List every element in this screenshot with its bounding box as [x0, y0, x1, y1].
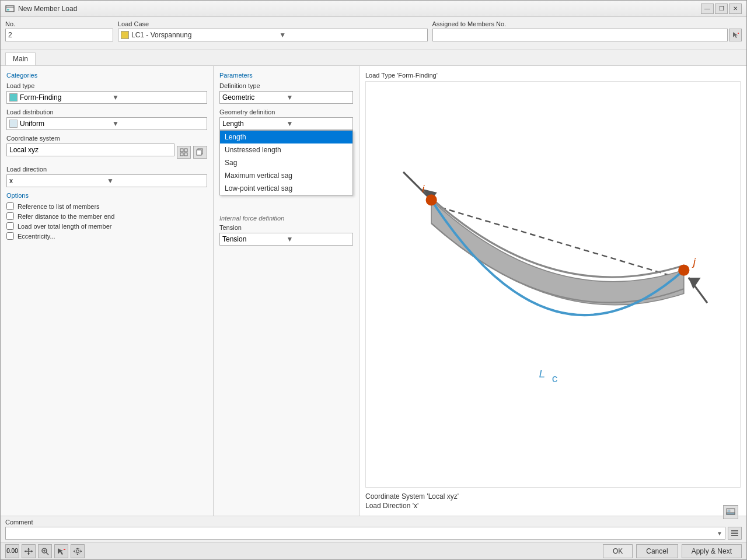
load-type-label: Load type [6, 82, 207, 89]
svg-line-32 [46, 552, 48, 555]
svg-rect-38 [77, 548, 78, 549]
main-window: New Member Load — ❐ ✕ No. Load Case LC1 … [0, 0, 747, 560]
diagram-export-button[interactable] [723, 505, 738, 516]
coord-system-info: Coordinate System 'Local xyz' [365, 492, 741, 501]
bottom-icon-2[interactable] [38, 544, 52, 558]
load-direction-label: Load direction [6, 166, 207, 173]
load-case-label: Load Case [118, 20, 428, 27]
geom-option-3[interactable]: Maximum vertical sag [220, 169, 352, 182]
no-input[interactable] [5, 29, 113, 41]
svg-rect-25 [731, 533, 738, 534]
svg-rect-22 [727, 513, 735, 514]
coord-btn-1[interactable] [177, 146, 191, 159]
definition-type-label: Definition type [219, 82, 353, 89]
bottom-icon-3[interactable] [54, 544, 68, 558]
categories-title: Categories [6, 72, 207, 79]
svg-marker-29 [25, 550, 26, 552]
tension-label: Tension [219, 224, 353, 231]
parameters-title: Parameters [219, 72, 353, 79]
coord-btn-2[interactable] [193, 146, 207, 159]
window-controls: — ❐ ✕ [701, 4, 742, 14]
assigned-action-button[interactable] [729, 29, 742, 41]
restore-button[interactable]: ❐ [715, 4, 728, 14]
svg-point-15 [426, 195, 437, 206]
lc-text: LC1 - Vorspannung [131, 31, 277, 39]
option-checkbox-2[interactable] [6, 222, 14, 230]
tab-main[interactable]: Main [5, 52, 36, 65]
option-checkbox-3[interactable] [6, 232, 14, 240]
svg-point-37 [75, 548, 81, 554]
bottom-icon-0[interactable]: 0.00 [5, 544, 19, 558]
load-type-dropdown[interactable]: Form-Finding ▼ [6, 91, 207, 104]
options-section: Options Reference to list of members Ref… [6, 192, 207, 240]
apply-next-button[interactable]: Apply & Next [682, 544, 742, 558]
coordinate-system-input[interactable] [6, 144, 174, 156]
load-case-dropdown[interactable]: LC1 - Vorspannung ▼ [118, 29, 428, 41]
svg-text:j: j [692, 256, 696, 268]
bottom-icon-4[interactable] [71, 544, 85, 558]
no-group: No. [5, 20, 113, 46]
left-panel: Categories Load type Form-Finding ▼ Load… [1, 66, 214, 516]
svg-point-16 [678, 265, 689, 276]
assigned-input[interactable] [432, 29, 728, 41]
comment-input[interactable] [8, 529, 722, 537]
tension-dropdown[interactable]: Tension ▼ [219, 233, 353, 246]
window-title: New Member Load [18, 5, 701, 13]
middle-panel: Parameters Definition type Geometric ▼ G… [214, 66, 359, 516]
geom-option-4[interactable]: Low-point vertical sag [220, 182, 352, 195]
bottom-bar: 0.00 [1, 542, 746, 559]
comment-input-row: ▼ [5, 527, 742, 540]
load-type-value: Form-Finding [20, 93, 112, 102]
svg-marker-27 [27, 548, 30, 550]
ok-button[interactable]: OK [603, 544, 633, 558]
svg-point-36 [76, 550, 79, 552]
select-icon [57, 547, 66, 555]
cursor-icon [731, 31, 739, 39]
load-direction-info: Load Direction 'x' [365, 502, 741, 510]
diagram-info: Coordinate System 'Local xyz' Load Direc… [365, 492, 741, 510]
load-distribution-dropdown[interactable]: Uniform ▼ [6, 117, 207, 130]
copy-icon [196, 148, 204, 156]
window-icon [5, 4, 15, 13]
tabs-bar: Main [1, 50, 746, 66]
option-row-0: Reference to list of members [6, 202, 207, 210]
svg-rect-6 [180, 153, 183, 156]
load-direction-value: x [9, 177, 107, 185]
minimize-button[interactable]: — [701, 4, 714, 14]
geom-def-arrow: ▼ [287, 120, 351, 128]
geom-option-1[interactable]: Unstressed length [220, 144, 352, 156]
cursor-move-icon [24, 547, 33, 555]
cancel-button[interactable]: Cancel [636, 544, 678, 558]
option-label-0: Reference to list of members [18, 203, 100, 210]
coordinate-system-label: Coordinate system [6, 135, 207, 142]
geometry-definition-label: Geometry definition [219, 108, 353, 116]
svg-rect-7 [184, 153, 187, 156]
def-type-arrow: ▼ [287, 93, 351, 102]
diagram-svg: i j L c [375, 92, 731, 477]
internal-force-section: Internal force definition Tension Tensio… [219, 215, 353, 246]
grid-icon [180, 148, 188, 156]
load-case-group: Load Case LC1 - Vorspannung ▼ [118, 20, 428, 46]
option-label-1: Refer distance to the member end [18, 213, 114, 220]
option-row-1: Refer distance to the member end [6, 212, 207, 220]
comment-action-button[interactable] [728, 527, 742, 540]
svg-rect-9 [197, 150, 201, 155]
comment-label: Comment [5, 519, 742, 526]
close-button[interactable]: ✕ [729, 4, 742, 14]
zoom-icon [40, 547, 50, 555]
option-label-2: Load over total length of member [18, 223, 111, 230]
geometry-definition-dropdown[interactable]: Length ▼ [219, 117, 353, 130]
lc-dropdown-arrow: ▼ [279, 31, 424, 39]
svg-marker-28 [27, 553, 30, 555]
bottom-icon-1[interactable] [22, 544, 36, 558]
geom-option-2[interactable]: Sag [220, 156, 352, 169]
definition-type-dropdown[interactable]: Geometric ▼ [219, 91, 353, 104]
option-checkbox-1[interactable] [6, 212, 14, 220]
internal-force-label: Internal force definition [219, 215, 353, 222]
option-checkbox-0[interactable] [6, 202, 14, 210]
lc-color-indicator [121, 31, 129, 39]
load-direction-dropdown[interactable]: x ▼ [6, 174, 207, 187]
geom-option-0[interactable]: Length [220, 131, 352, 144]
no-label: No. [5, 20, 113, 27]
diagram-area: i j L c [365, 81, 741, 488]
